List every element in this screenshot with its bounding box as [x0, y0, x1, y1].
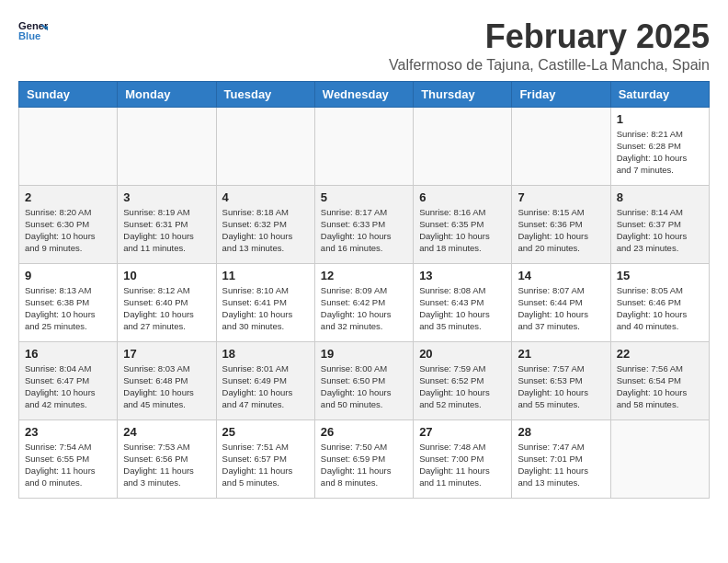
day-number: 3 [123, 190, 210, 204]
day-info: Sunrise: 8:10 AM Sunset: 6:41 PM Dayligh… [222, 284, 309, 333]
calendar-cell: 20Sunrise: 7:59 AM Sunset: 6:52 PM Dayli… [414, 341, 512, 419]
weekday-header-row: SundayMondayTuesdayWednesdayThursdayFrid… [19, 81, 710, 107]
day-info: Sunrise: 7:54 AM Sunset: 6:55 PM Dayligh… [25, 441, 111, 489]
day-info: Sunrise: 8:16 AM Sunset: 6:35 PM Dayligh… [419, 206, 506, 255]
calendar-cell: 11Sunrise: 8:10 AM Sunset: 6:41 PM Dayli… [216, 263, 314, 341]
calendar-cell: 7Sunrise: 8:15 AM Sunset: 6:36 PM Daylig… [512, 185, 610, 263]
calendar-week-row: 9Sunrise: 8:13 AM Sunset: 6:38 PM Daylig… [19, 263, 710, 341]
calendar-cell: 13Sunrise: 8:08 AM Sunset: 6:43 PM Dayli… [414, 263, 512, 341]
day-info: Sunrise: 8:03 AM Sunset: 6:48 PM Dayligh… [123, 362, 210, 411]
calendar-cell: 24Sunrise: 7:53 AM Sunset: 6:56 PM Dayli… [118, 419, 216, 498]
day-number: 7 [518, 190, 604, 204]
svg-text:Blue: Blue [18, 30, 40, 41]
day-info: Sunrise: 7:59 AM Sunset: 6:52 PM Dayligh… [419, 362, 506, 411]
weekday-header-wednesday: Wednesday [314, 81, 413, 107]
logo-icon: General Blue [18, 18, 48, 44]
day-info: Sunrise: 7:53 AM Sunset: 6:56 PM Dayligh… [123, 441, 210, 489]
day-number: 16 [25, 347, 111, 361]
day-number: 9 [25, 269, 111, 282]
day-number: 1 [617, 112, 703, 126]
weekday-header-thursday: Thursday [414, 81, 512, 107]
day-info: Sunrise: 8:05 AM Sunset: 6:46 PM Dayligh… [617, 284, 703, 333]
calendar-cell: 25Sunrise: 7:51 AM Sunset: 6:57 PM Dayli… [216, 419, 314, 498]
day-number: 24 [123, 425, 210, 439]
calendar-cell: 2Sunrise: 8:20 AM Sunset: 6:30 PM Daylig… [19, 185, 118, 263]
day-info: Sunrise: 8:17 AM Sunset: 6:33 PM Dayligh… [321, 206, 407, 255]
calendar-cell: 10Sunrise: 8:12 AM Sunset: 6:40 PM Dayli… [118, 263, 216, 341]
calendar-cell [216, 107, 314, 185]
day-number: 20 [419, 347, 506, 361]
day-number: 11 [222, 269, 309, 282]
day-info: Sunrise: 8:19 AM Sunset: 6:31 PM Dayligh… [123, 206, 210, 255]
day-info: Sunrise: 8:09 AM Sunset: 6:42 PM Dayligh… [321, 284, 407, 333]
day-info: Sunrise: 8:15 AM Sunset: 6:36 PM Dayligh… [518, 206, 604, 255]
calendar-cell [414, 107, 512, 185]
weekday-header-tuesday: Tuesday [216, 81, 314, 107]
calendar-cell: 15Sunrise: 8:05 AM Sunset: 6:46 PM Dayli… [610, 263, 709, 341]
day-number: 2 [25, 190, 111, 204]
calendar-cell: 6Sunrise: 8:16 AM Sunset: 6:35 PM Daylig… [414, 185, 512, 263]
calendar-cell: 28Sunrise: 7:47 AM Sunset: 7:01 PM Dayli… [512, 419, 610, 498]
weekday-header-monday: Monday [118, 81, 216, 107]
weekday-header-friday: Friday [512, 81, 610, 107]
day-info: Sunrise: 7:48 AM Sunset: 7:00 PM Dayligh… [419, 441, 506, 489]
day-info: Sunrise: 7:57 AM Sunset: 6:53 PM Dayligh… [518, 362, 604, 411]
day-info: Sunrise: 8:04 AM Sunset: 6:47 PM Dayligh… [25, 362, 111, 411]
calendar-week-row: 23Sunrise: 7:54 AM Sunset: 6:55 PM Dayli… [19, 419, 710, 498]
calendar-cell: 5Sunrise: 8:17 AM Sunset: 6:33 PM Daylig… [314, 185, 413, 263]
day-number: 19 [321, 347, 407, 361]
calendar-cell: 4Sunrise: 8:18 AM Sunset: 6:32 PM Daylig… [216, 185, 314, 263]
calendar-cell [19, 107, 118, 185]
calendar-cell [512, 107, 610, 185]
calendar-cell: 14Sunrise: 8:07 AM Sunset: 6:44 PM Dayli… [512, 263, 610, 341]
calendar-cell: 9Sunrise: 8:13 AM Sunset: 6:38 PM Daylig… [19, 263, 118, 341]
day-number: 4 [222, 190, 309, 204]
calendar-table: SundayMondayTuesdayWednesdayThursdayFrid… [18, 81, 710, 499]
day-info: Sunrise: 8:07 AM Sunset: 6:44 PM Dayligh… [518, 284, 604, 333]
day-info: Sunrise: 8:13 AM Sunset: 6:38 PM Dayligh… [25, 284, 111, 333]
day-info: Sunrise: 8:21 AM Sunset: 6:28 PM Dayligh… [617, 128, 703, 177]
day-number: 18 [222, 347, 309, 361]
day-number: 22 [617, 347, 703, 361]
day-number: 21 [518, 347, 604, 361]
day-number: 6 [419, 190, 506, 204]
calendar-week-row: 16Sunrise: 8:04 AM Sunset: 6:47 PM Dayli… [19, 341, 710, 419]
calendar-cell [118, 107, 216, 185]
calendar-cell: 8Sunrise: 8:14 AM Sunset: 6:37 PM Daylig… [610, 185, 709, 263]
calendar-cell [610, 419, 709, 498]
day-number: 25 [222, 425, 309, 439]
calendar-cell: 1Sunrise: 8:21 AM Sunset: 6:28 PM Daylig… [610, 107, 709, 185]
calendar-cell: 23Sunrise: 7:54 AM Sunset: 6:55 PM Dayli… [19, 419, 118, 498]
month-title: February 2025 [389, 18, 710, 55]
day-info: Sunrise: 8:12 AM Sunset: 6:40 PM Dayligh… [123, 284, 210, 333]
calendar-cell: 26Sunrise: 7:50 AM Sunset: 6:59 PM Dayli… [314, 419, 413, 498]
day-number: 15 [617, 269, 703, 282]
calendar-cell: 21Sunrise: 7:57 AM Sunset: 6:53 PM Dayli… [512, 341, 610, 419]
weekday-header-sunday: Sunday [19, 81, 118, 107]
day-number: 14 [518, 269, 604, 282]
day-number: 26 [321, 425, 407, 439]
day-number: 27 [419, 425, 506, 439]
day-number: 5 [321, 190, 407, 204]
day-number: 10 [123, 269, 210, 282]
day-info: Sunrise: 7:51 AM Sunset: 6:57 PM Dayligh… [222, 441, 309, 489]
title-block: February 2025 Valfermoso de Tajuna, Cast… [389, 18, 710, 74]
calendar-cell: 12Sunrise: 8:09 AM Sunset: 6:42 PM Dayli… [314, 263, 413, 341]
day-info: Sunrise: 7:47 AM Sunset: 7:01 PM Dayligh… [518, 441, 604, 489]
day-number: 17 [123, 347, 210, 361]
calendar-cell [314, 107, 413, 185]
calendar-cell: 19Sunrise: 8:00 AM Sunset: 6:50 PM Dayli… [314, 341, 413, 419]
calendar-cell: 16Sunrise: 8:04 AM Sunset: 6:47 PM Dayli… [19, 341, 118, 419]
calendar-cell: 3Sunrise: 8:19 AM Sunset: 6:31 PM Daylig… [118, 185, 216, 263]
day-info: Sunrise: 8:18 AM Sunset: 6:32 PM Dayligh… [222, 206, 309, 255]
day-info: Sunrise: 8:20 AM Sunset: 6:30 PM Dayligh… [25, 206, 111, 255]
calendar-cell: 27Sunrise: 7:48 AM Sunset: 7:00 PM Dayli… [414, 419, 512, 498]
day-info: Sunrise: 7:50 AM Sunset: 6:59 PM Dayligh… [321, 441, 407, 489]
calendar-week-row: 2Sunrise: 8:20 AM Sunset: 6:30 PM Daylig… [19, 185, 710, 263]
day-info: Sunrise: 7:56 AM Sunset: 6:54 PM Dayligh… [617, 362, 703, 411]
location-subtitle: Valfermoso de Tajuna, Castille-La Mancha… [389, 57, 710, 74]
weekday-header-saturday: Saturday [610, 81, 709, 107]
logo: General Blue [18, 18, 48, 44]
day-number: 12 [321, 269, 407, 282]
day-number: 8 [617, 190, 703, 204]
